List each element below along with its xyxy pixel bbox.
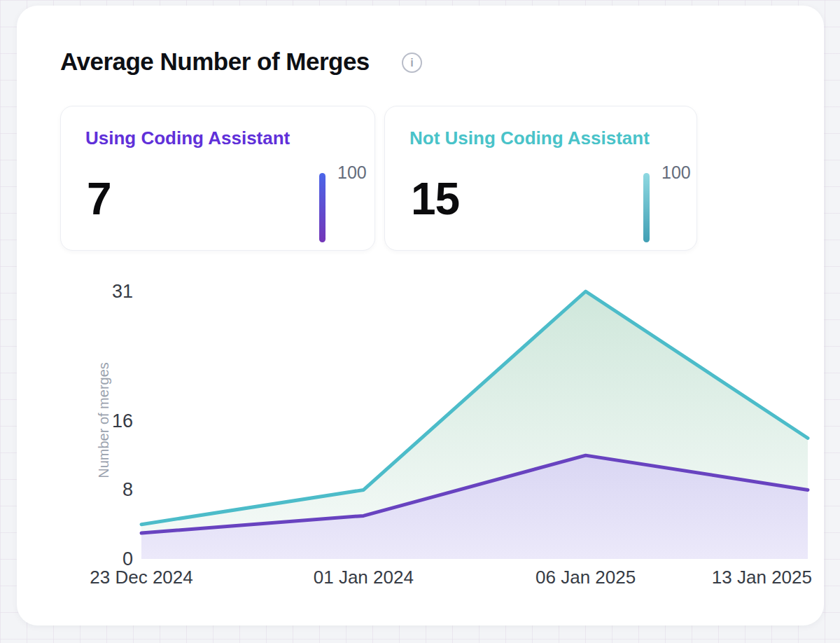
- y-tick-label: 16: [59, 410, 133, 432]
- y-tick-label: 31: [59, 280, 133, 303]
- x-tick-label: 06 Jan 2025: [536, 567, 636, 588]
- merges-area-chart: Number of merges 08163123 Dec 202401 Jan…: [17, 6, 824, 625]
- y-tick-label: 8: [59, 478, 133, 501]
- x-tick-label: 01 Jan 2024: [314, 567, 414, 588]
- x-tick-label: 13 Jan 2025: [712, 567, 812, 588]
- main-card: Average Number of Merges i Using Coding …: [17, 6, 824, 625]
- page-background: Average Number of Merges i Using Coding …: [0, 0, 840, 643]
- chart-canvas: [17, 6, 840, 643]
- x-tick-label: 23 Dec 2024: [90, 567, 192, 588]
